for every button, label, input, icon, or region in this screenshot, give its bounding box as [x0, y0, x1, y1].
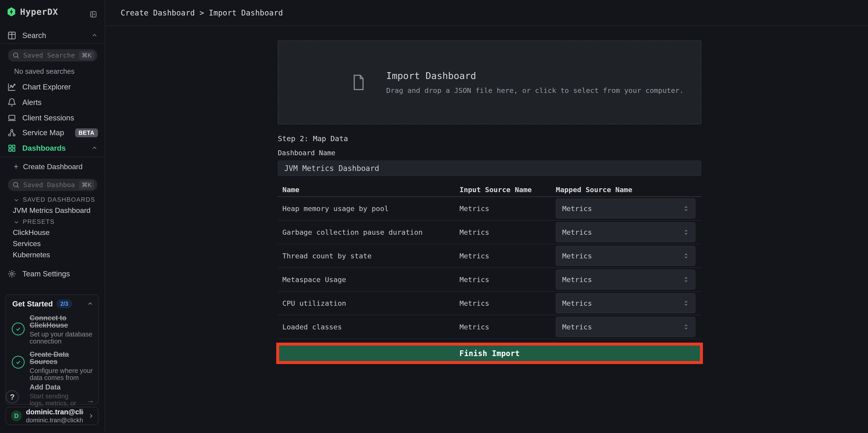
check-circle-icon [12, 322, 25, 335]
chevron-updown-icon [683, 323, 689, 330]
search-icon [12, 181, 20, 188]
saved-searches-field[interactable] [23, 51, 76, 59]
row-name: Heap memory usage by pool [278, 205, 460, 213]
get-started-item-connect[interactable]: Connect to ClickHouse Set up your databa… [12, 314, 94, 345]
sidebar-item-label: Service Map [22, 128, 64, 137]
mapped-source-select[interactable]: Metrics [556, 317, 695, 337]
create-dashboard-label: Create Dashboard [23, 162, 83, 171]
chevron-updown-icon [683, 300, 689, 307]
saved-dashboards-input[interactable]: ⌘K [8, 179, 97, 191]
sidebar-item-label: Team Settings [22, 270, 70, 278]
get-started-card: Get Started 2/3 Connect to ClickHouse Se… [5, 295, 99, 405]
sidebar-item-service-map[interactable]: Service Map BETA [0, 125, 105, 141]
get-started-item-title: Connect to ClickHouse [30, 314, 94, 329]
row-input-source: Metrics [460, 205, 556, 213]
row-input-source: Metrics [460, 299, 556, 307]
breadcrumb[interactable]: Create Dashboard > Import Dashboard [121, 8, 283, 17]
get-started-item-desc: Set up your database connection [30, 331, 94, 345]
mapping-table: Name Input Source Name Mapped Source Nam… [278, 183, 701, 339]
column-header-mapped-source: Mapped Source Name [556, 186, 701, 194]
get-started-header[interactable]: Get Started 2/3 [12, 299, 94, 308]
column-header-name: Name [278, 186, 460, 194]
get-started-item-sources[interactable]: Create Data Sources Configure where your… [12, 351, 94, 381]
mapped-source-select[interactable]: Metrics [556, 270, 695, 289]
bell-icon [7, 97, 17, 107]
app-logo[interactable]: HyperDX [0, 3, 105, 21]
saved-dashboards-field[interactable] [23, 181, 76, 189]
saved-searches-input[interactable]: ⌘K [8, 49, 97, 61]
dashboard-name-input[interactable] [278, 160, 701, 176]
shortcut-badge: ⌘K [79, 181, 94, 189]
annotation-highlight: Finish Import [276, 343, 703, 364]
sidebar-item-label: Client Sessions [22, 114, 74, 122]
user-menu[interactable]: D dominic.tran@clic... dominic.tran@clic… [5, 407, 99, 425]
table-row: Metaspace Usage Metrics Metrics [278, 268, 701, 291]
help-button[interactable]: ? [6, 390, 19, 403]
select-value: Metrics [562, 299, 592, 307]
user-email: dominic.tran@clickh... [26, 416, 84, 424]
sidebar-item-dashboards[interactable]: Dashboards [0, 141, 105, 156]
mapped-source-select[interactable]: Metrics [556, 222, 695, 242]
chevron-up-icon [91, 145, 98, 152]
table-header: Name Input Source Name Mapped Source Nam… [278, 183, 701, 197]
mapped-source-select[interactable]: Metrics [556, 198, 695, 219]
get-started-title: Get Started [12, 300, 53, 308]
get-started-item-title: Create Data Sources [30, 351, 94, 365]
sidebar-item-label: Dashboards [22, 144, 66, 153]
table-row: Thread count by state Metrics Metrics [278, 244, 701, 268]
sidebar-item-clickhouse[interactable]: ClickHouse [13, 228, 50, 237]
mapped-source-select[interactable]: Metrics [556, 293, 695, 313]
group-saved-dashboards[interactable]: SAVED DASHBOARDS [13, 196, 95, 203]
shortcut-badge: ⌘K [79, 51, 94, 60]
beta-badge: BETA [75, 128, 98, 137]
row-name: Garbage collection pause duration [278, 228, 460, 236]
mapped-source-select[interactable]: Metrics [556, 246, 695, 266]
collapse-sidebar-icon[interactable] [90, 10, 97, 18]
chevron-updown-icon [683, 252, 689, 259]
search-icon [12, 52, 20, 59]
user-name: dominic.tran@clic... [26, 408, 84, 416]
chevron-down-icon [13, 197, 20, 203]
divider [0, 43, 105, 44]
sidebar-item-client-sessions[interactable]: Client Sessions [0, 110, 105, 126]
sidebar-item-label: Alerts [22, 98, 41, 107]
search-section-label: Search [22, 31, 46, 40]
row-name: Thread count by state [278, 252, 460, 260]
sidebar-item-jvm-metrics-dashboard[interactable]: JVM Metrics Dashboard [13, 206, 90, 215]
no-saved-searches-text: No saved searches [14, 67, 74, 75]
finish-import-button[interactable]: Finish Import [279, 346, 700, 361]
dashboards-grid-icon [7, 143, 17, 153]
sidebar-item-alerts[interactable]: Alerts [0, 95, 105, 110]
select-value: Metrics [562, 275, 592, 284]
hyperdx-logo-icon [7, 7, 16, 17]
top-bar: Create Dashboard > Import Dashboard [105, 0, 868, 26]
create-dashboard-button[interactable]: + Create Dashboard [0, 159, 105, 175]
chevron-updown-icon [683, 229, 689, 236]
select-value: Metrics [562, 252, 592, 260]
dashboard-name-label: Dashboard Name [278, 149, 701, 157]
arrow-right-icon: → [86, 396, 94, 405]
chevron-down-icon [13, 219, 20, 225]
table-row: Heap memory usage by pool Metrics Metric… [278, 197, 701, 221]
sidebar-item-team-settings[interactable]: Team Settings [0, 266, 105, 282]
json-dropzone[interactable]: Import Dashboard Drag and drop a JSON fi… [278, 40, 701, 124]
row-input-source: Metrics [460, 228, 556, 236]
group-label-text: PRESETS [23, 218, 55, 225]
laptop-icon [7, 113, 17, 123]
sidebar-item-kubernetes[interactable]: Kubernetes [13, 251, 50, 259]
progress-badge: 2/3 [57, 299, 72, 308]
chevron-right-icon [88, 412, 94, 419]
sidebar-item-services[interactable]: Services [13, 240, 41, 248]
divider [0, 157, 105, 157]
group-presets[interactable]: PRESETS [13, 218, 55, 225]
gear-icon [7, 269, 17, 279]
plus-icon: + [14, 162, 19, 172]
sidebar: HyperDX Search ⌘K [0, 0, 105, 433]
chevron-up-icon [91, 32, 98, 39]
column-header-input-source: Input Source Name [460, 186, 556, 194]
network-icon [7, 128, 17, 138]
sidebar-section-search[interactable]: Search [0, 28, 105, 43]
chevron-updown-icon [683, 276, 689, 283]
avatar: D [11, 410, 22, 422]
sidebar-item-chart-explorer[interactable]: Chart Explorer [0, 79, 105, 95]
